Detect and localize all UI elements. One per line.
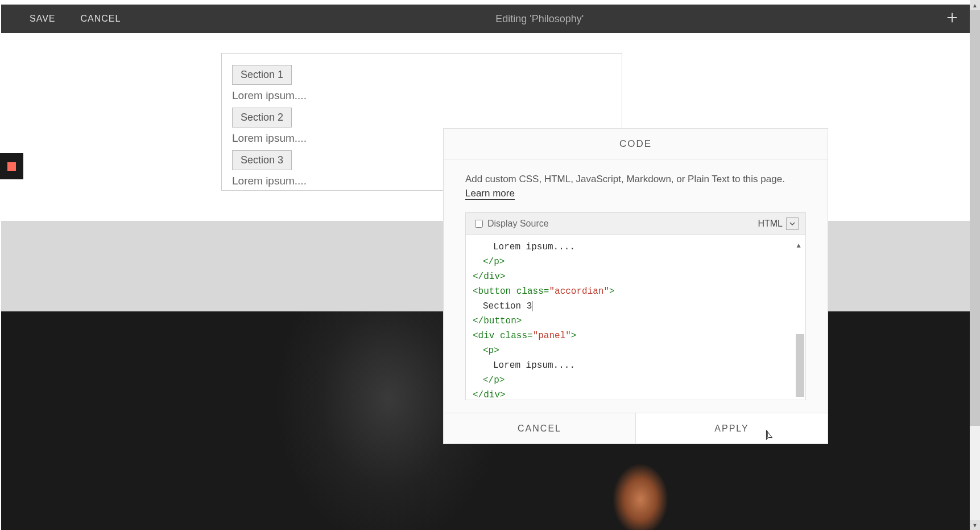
modal-title: CODE: [444, 129, 828, 159]
code-editor[interactable]: ▲ ▼ Lorem ipsum....</p></div><button cla…: [465, 235, 806, 400]
code-modal: CODE Add custom CSS, HTML, JavaScript, M…: [443, 128, 828, 444]
accordion-button-3[interactable]: Section 3: [232, 150, 292, 170]
display-source-input[interactable]: [475, 220, 483, 228]
save-button[interactable]: SAVE: [17, 14, 68, 24]
modal-cancel-button[interactable]: CANCEL: [444, 413, 635, 443]
editor-scrollbar-thumb[interactable]: [796, 334, 804, 397]
chevron-down-icon[interactable]: [786, 217, 799, 230]
display-source-label: Display Source: [487, 219, 549, 229]
accordion-button-1[interactable]: Section 1: [232, 65, 292, 85]
modal-description: Add custom CSS, HTML, JavaScript, Markdo…: [465, 172, 806, 187]
scroll-down-icon[interactable]: ▼: [970, 520, 980, 530]
code-line: <div class="panel">: [473, 328, 799, 343]
page-scrollbar-thumb[interactable]: [970, 10, 980, 426]
language-select[interactable]: HTML: [758, 217, 799, 230]
modal-footer: CANCEL APPLY: [444, 413, 828, 443]
display-source-checkbox[interactable]: Display Source: [475, 219, 549, 229]
code-line: Lorem ipsum....: [493, 240, 799, 254]
modal-body: Add custom CSS, HTML, JavaScript, Markdo…: [444, 159, 828, 406]
code-controls-bar: Display Source HTML: [465, 212, 806, 235]
accordion-item: Section 1 Lorem ipsum....: [232, 65, 611, 102]
add-icon[interactable]: [946, 11, 958, 24]
browser-chrome-strip: [0, 0, 970, 5]
modal-apply-button[interactable]: APPLY: [635, 413, 828, 443]
language-value: HTML: [758, 219, 783, 229]
scroll-up-icon[interactable]: ▲: [970, 0, 980, 10]
code-line: <button class="accordian">: [473, 284, 799, 299]
accordion-button-2[interactable]: Section 2: [232, 108, 292, 128]
code-line: <p>: [483, 343, 799, 358]
code-line: Lorem ipsum....: [493, 358, 799, 373]
side-tool-badge[interactable]: [0, 153, 23, 179]
code-line: </div>: [473, 388, 799, 400]
accordion-panel-text-1: Lorem ipsum....: [232, 89, 611, 102]
learn-more-link[interactable]: Learn more: [465, 188, 515, 200]
code-line: </button>: [473, 314, 799, 328]
editor-scroll-up-icon[interactable]: ▲: [794, 239, 803, 253]
cancel-button[interactable]: CANCEL: [68, 14, 134, 24]
code-line: Section 3: [483, 299, 799, 314]
page-title: Editing 'Philosophy': [133, 13, 946, 25]
code-line: </div>: [473, 269, 799, 284]
code-line: </p>: [483, 373, 799, 388]
top-bar: SAVE CANCEL Editing 'Philosophy': [1, 5, 970, 33]
page-scrollbar[interactable]: ▲ ▼: [970, 0, 980, 530]
code-line: </p>: [483, 254, 799, 269]
stop-icon: [7, 162, 16, 171]
